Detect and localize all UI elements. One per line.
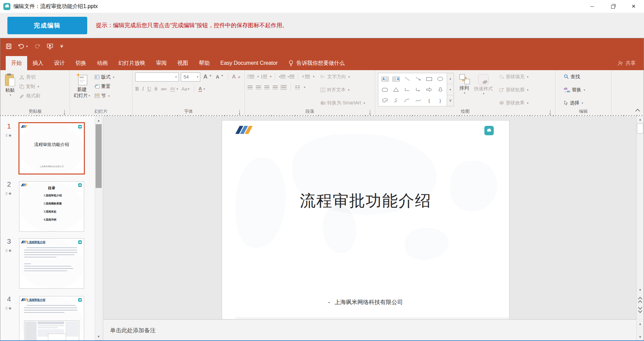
thumbnail-scroll-down-icon[interactable]: ▼ — [95, 333, 102, 340]
replace-dropdown-icon[interactable]: ▾ — [584, 88, 585, 92]
align-left-icon[interactable] — [248, 86, 253, 89]
tab-home[interactable]: 开始 — [6, 56, 27, 70]
section-button[interactable]: 节 ▾ — [94, 92, 116, 100]
font-dialog-launcher[interactable] — [239, 110, 244, 114]
copy-dropdown-icon[interactable]: ▾ — [38, 85, 39, 88]
tab-help[interactable]: 帮助 — [194, 56, 215, 70]
paragraph-dialog-launcher[interactable] — [370, 110, 374, 114]
numbering-icon[interactable]: 123 — [261, 75, 267, 79]
shape-rounded-rectangle-icon[interactable] — [379, 84, 390, 95]
slide-title[interactable]: 流程审批功能介绍 — [222, 190, 509, 211]
layout-dropdown-icon[interactable]: ▾ — [113, 76, 115, 79]
close-button[interactable]: ✕ — [623, 0, 644, 13]
gallery-more-icon[interactable]: ▼ — [447, 95, 453, 106]
shape-freeform-icon[interactable] — [379, 95, 390, 106]
find-button[interactable]: 查找 — [563, 72, 586, 81]
shape-scribble-icon[interactable] — [390, 95, 401, 106]
shape-arrow-icon[interactable] — [413, 74, 424, 84]
arrange-dropdown-icon[interactable]: ▾ — [464, 91, 466, 95]
line-spacing-icon[interactable]: ⇕ — [302, 75, 310, 79]
font-color-dropdown-icon[interactable]: ▾ — [203, 87, 205, 91]
shape-outline-dropdown-icon[interactable]: ▾ — [527, 88, 529, 92]
clear-formatting-button[interactable]: A — [231, 73, 242, 81]
slide-thumbnail-4[interactable]: 1·流程审批介绍 — [19, 296, 84, 341]
shape-fill-button[interactable]: 形状填充 ▾ — [498, 72, 530, 81]
redo-button[interactable] — [34, 42, 41, 50]
drawing-dialog-launcher[interactable] — [550, 110, 554, 114]
customize-qat-icon[interactable] — [60, 42, 63, 50]
shrink-font-button[interactable]: A▼ — [215, 73, 224, 81]
notes-scrollbar[interactable]: ▲ ▼ — [636, 320, 644, 341]
columns-dropdown-icon[interactable]: ▾ — [304, 86, 306, 89]
notes-placeholder[interactable]: 单击此处添加备注 — [110, 327, 156, 334]
shape-vertical-textbox-icon[interactable]: A — [390, 74, 401, 84]
collapse-ribbon-icon[interactable] — [636, 109, 640, 113]
reset-button[interactable]: 重置 — [94, 82, 116, 91]
slide-scrollbar-thumb[interactable] — [637, 124, 643, 134]
finish-edit-button[interactable]: 完成编辑 — [7, 17, 87, 34]
shape-elbow-connector-icon[interactable] — [401, 84, 413, 95]
shape-right-arrow-icon[interactable] — [424, 84, 435, 95]
gallery-scroll-up-icon[interactable]: ▲ — [447, 73, 453, 84]
quick-styles-button[interactable]: 快速样式 ▾ — [473, 72, 494, 107]
shape-textbox-icon[interactable]: A — [379, 74, 390, 84]
minimize-button[interactable] — [582, 0, 602, 13]
notes-scroll-up-icon[interactable]: ▲ — [637, 321, 644, 327]
bold-button[interactable]: B — [135, 86, 139, 92]
thumbnail-scrollbar[interactable]: ▲ ▼ — [95, 117, 102, 340]
character-spacing-button[interactable]: AV — [170, 87, 175, 92]
slide-scroll-up-icon[interactable]: ▲ — [637, 116, 644, 123]
tell-me-box[interactable]: 告诉我你想要做什么 — [288, 56, 345, 70]
gallery-scroll-down-icon[interactable]: ▼ — [447, 84, 453, 95]
shape-elbow-arrow-connector-icon[interactable] — [413, 84, 424, 95]
font-size-combo[interactable]: 54▾ — [181, 72, 200, 82]
grow-font-button[interactable]: A▲ — [202, 73, 213, 81]
tab-insert[interactable]: 插入 — [27, 56, 49, 70]
decrease-indent-icon[interactable]: ◂ — [278, 75, 285, 79]
new-slide-button[interactable]: 新建 幻灯片 ▾ — [72, 72, 92, 107]
thumbnail-scrollbar-thumb[interactable] — [96, 124, 102, 188]
change-case-button[interactable]: Aa — [181, 86, 187, 92]
quick-styles-dropdown-icon[interactable]: ▾ — [483, 92, 485, 95]
increase-indent-icon[interactable]: ▸ — [288, 75, 295, 79]
slide-thumbnail-3[interactable]: 1·流程审批介绍 — [19, 238, 84, 289]
start-slideshow-icon[interactable] — [47, 42, 54, 50]
align-right-icon[interactable] — [264, 86, 269, 89]
align-text-dropdown-icon[interactable]: ▾ — [348, 88, 350, 92]
slide-scroll-down-icon[interactable]: ▼ — [637, 287, 644, 293]
current-slide[interactable]: 流程审批功能介绍 上海飒米网络科技有限公司 — [222, 120, 509, 319]
shape-line-icon[interactable] — [401, 74, 413, 84]
notes-scroll-down-icon[interactable]: ▼ — [637, 334, 644, 340]
new-slide-dropdown-icon[interactable]: ▾ — [89, 94, 90, 97]
font-name-combo[interactable]: ▾ — [135, 72, 179, 82]
notes-pane[interactable]: 单击此处添加备注 — [103, 319, 637, 341]
undo-button[interactable]: ▾ — [18, 42, 28, 50]
line-spacing-dropdown-icon[interactable]: ▾ — [313, 75, 315, 78]
numbering-dropdown-icon[interactable]: ▾ — [270, 75, 272, 78]
shape-right-brace-icon[interactable]: } — [435, 95, 446, 106]
shape-down-arrow-icon[interactable] — [435, 84, 446, 95]
cut-button[interactable]: 剪切 — [18, 73, 41, 81]
paste-dropdown-icon[interactable]: ▾ — [10, 93, 11, 97]
align-text-button[interactable]: 对齐文本 ▾ — [319, 86, 366, 94]
next-slide-icon[interactable] — [637, 306, 644, 313]
layout-button[interactable]: 版式 ▾ — [94, 73, 116, 81]
slide-bullet-text[interactable]: 上海飒米网络科技有限公司 — [222, 298, 509, 306]
shape-left-brace-icon[interactable]: { — [424, 95, 435, 106]
tab-transitions[interactable]: 切换 — [70, 56, 92, 70]
tab-animations[interactable]: 动画 — [92, 56, 113, 70]
shape-arc-icon[interactable] — [401, 95, 413, 106]
bullets-icon[interactable] — [248, 75, 254, 79]
select-dropdown-icon[interactable]: ▾ — [582, 101, 583, 105]
select-button[interactable]: 选择 ▾ — [563, 99, 586, 107]
tab-design[interactable]: 设计 — [49, 56, 70, 70]
bullets-dropdown-icon[interactable]: ▾ — [257, 75, 259, 78]
clipboard-dialog-launcher[interactable] — [64, 110, 68, 114]
convert-smartart-button[interactable]: 转换为 SmartArt ▾ — [319, 99, 366, 107]
tab-review[interactable]: 审阅 — [151, 56, 172, 70]
paste-button[interactable]: 粘贴 ▾ — [4, 72, 16, 107]
section-dropdown-icon[interactable]: ▾ — [108, 94, 110, 98]
save-icon[interactable] — [6, 42, 12, 50]
shape-rectangle-icon[interactable] — [424, 74, 435, 84]
shape-effects-dropdown-icon[interactable]: ▾ — [527, 101, 529, 105]
